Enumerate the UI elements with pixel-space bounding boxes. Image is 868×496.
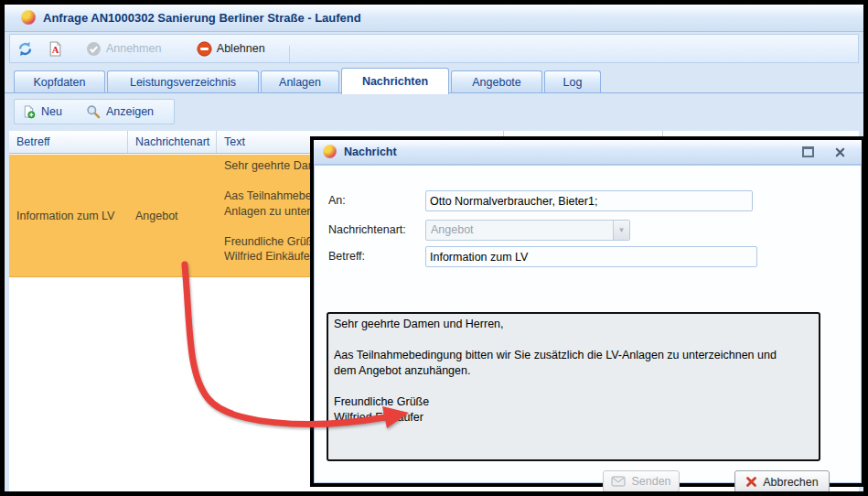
anzeigen-label: Anzeigen (106, 105, 154, 118)
ablehnen-button[interactable]: Ablehnen (191, 35, 271, 62)
svg-text:A: A (52, 45, 59, 55)
chevron-down-icon: ▼ (618, 226, 626, 234)
tab-anlagen[interactable]: Anlagen (261, 70, 339, 93)
tab-kopfdaten[interactable]: Kopfdaten (14, 70, 105, 93)
tab-label: Anlagen (279, 76, 321, 89)
magnifier-icon (86, 104, 101, 119)
check-circle-icon (86, 41, 102, 57)
dialog-logo-icon (323, 145, 337, 158)
cell-betreff-text: Information zum LV (16, 210, 114, 222)
maximize-icon (802, 146, 814, 157)
pdf-icon: A (48, 41, 63, 57)
tab-angebote[interactable]: Angebote (451, 70, 542, 93)
tab-log[interactable]: Log (544, 70, 601, 93)
tab-label: Nachrichten (362, 75, 428, 88)
main-toolbar: A Annehmen Ablehnen (9, 34, 859, 63)
app-logo-icon (21, 10, 36, 25)
tab-leistungsverzeichnis[interactable]: Leistungsverzeichnis (107, 70, 259, 93)
cell-nachrichtenart: Angebot (128, 155, 217, 277)
refresh-button[interactable] (10, 35, 38, 62)
new-document-icon (22, 104, 36, 119)
cell-nachrichtenart-text: Angebot (135, 210, 178, 222)
minus-circle-icon (197, 41, 212, 57)
an-label: An: (328, 190, 346, 211)
pdf-export-button[interactable]: A (42, 35, 69, 62)
betreff-input[interactable] (425, 246, 757, 267)
tab-label: Kopfdaten (34, 76, 86, 89)
column-header-betreff[interactable]: Betreff (9, 131, 128, 153)
refresh-icon (17, 41, 33, 57)
message-textarea[interactable]: Sehr geehrte Damen und Herren, Aas Teiln… (327, 312, 820, 461)
annehmen-button[interactable]: Annehmen (80, 35, 166, 62)
envelope-icon (611, 476, 626, 487)
ablehnen-label: Ablehnen (217, 42, 265, 55)
application-window: Anfrage AN1000302 Sanierung Berliner Str… (0, 0, 868, 496)
abbrechen-button[interactable]: Abbrechen (734, 470, 830, 493)
an-input[interactable] (425, 190, 753, 211)
neu-label: Neu (41, 105, 62, 118)
nachrichtenart-value: Angebot (431, 221, 474, 240)
toolbar-separator (289, 46, 290, 64)
nachrichtenart-label: Nachrichtenart: (328, 220, 406, 241)
neu-button[interactable]: Neu (15, 101, 70, 123)
nachrichtenart-combo[interactable]: Angebot ▼ (425, 220, 630, 241)
tab-label: Leistungsverzeichnis (130, 76, 236, 89)
dialog-titlebar[interactable]: Nachricht (314, 140, 862, 165)
senden-label: Senden (631, 475, 670, 488)
tab-label: Log (563, 76, 583, 89)
window-title: Anfrage AN1000302 Sanierung Berliner Str… (43, 5, 361, 31)
betreff-label: Betreff: (328, 246, 365, 267)
close-button[interactable] (832, 145, 847, 159)
tab-nachrichten[interactable]: Nachrichten (341, 68, 449, 94)
window-titlebar: Anfrage AN1000302 Sanierung Berliner Str… (5, 5, 863, 32)
dialog-title: Nachricht (344, 140, 397, 164)
message-actionbar: Neu Anzeigen (5, 93, 863, 131)
tab-label: Angebote (472, 76, 521, 89)
maximize-button[interactable] (800, 145, 815, 159)
annehmen-label: Annehmen (106, 42, 161, 55)
red-x-icon (745, 476, 757, 488)
anzeigen-button[interactable]: Anzeigen (79, 101, 161, 123)
dialog-body: An: Nachrichtenart: Angebot ▼ Betreff: S… (314, 165, 862, 483)
actionbar-button-group: Neu Anzeigen (14, 99, 175, 124)
nachricht-dialog: Nachricht An: Nachrichtenart: Angebot ▼ … (310, 136, 865, 487)
column-header-nachrichtenart[interactable]: Nachrichtenart (128, 131, 217, 153)
senden-button[interactable]: Senden (603, 470, 680, 492)
cell-betreff: Information zum LV (9, 155, 128, 277)
close-icon (835, 147, 845, 157)
tab-strip: Kopfdaten Leistungsverzeichnis Anlagen N… (5, 67, 863, 93)
abbrechen-label: Abbrechen (763, 476, 818, 489)
combo-dropdown-button[interactable]: ▼ (613, 221, 629, 240)
